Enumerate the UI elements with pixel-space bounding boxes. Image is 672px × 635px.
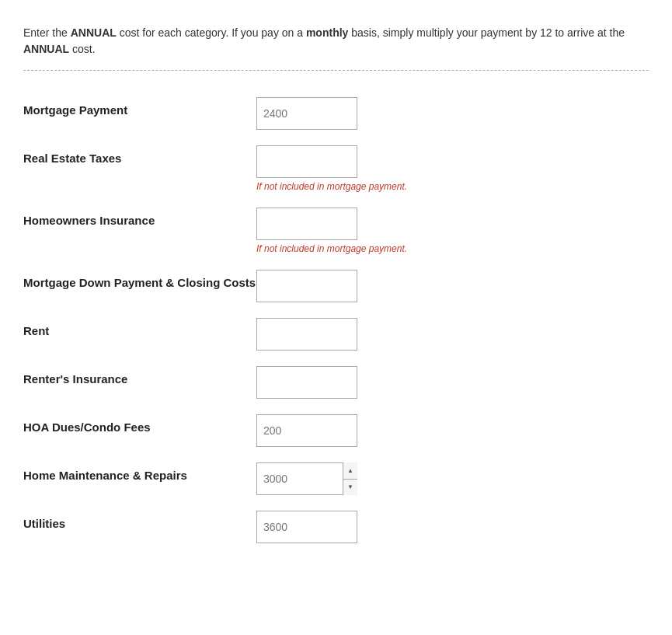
spinner-up-button[interactable]: ▲ — [343, 462, 357, 479]
field-wrapper-mortgage-down-payment — [256, 270, 357, 302]
form-row: Real Estate TaxesIf not included in mort… — [23, 138, 649, 200]
label-home-maintenance: Home Maintenance & Repairs — [23, 462, 256, 483]
page-description: Enter the ANNUAL cost for each category.… — [23, 25, 649, 58]
field-wrapper-renters-insurance — [256, 366, 357, 399]
form-row: Utilities — [23, 503, 649, 551]
label-mortgage-payment: Mortgage Payment — [23, 97, 256, 118]
form-row: Renter's Insurance — [23, 358, 649, 406]
input-real-estate-taxes[interactable] — [256, 145, 357, 178]
field-wrapper-mortgage-payment — [256, 97, 357, 130]
label-renters-insurance: Renter's Insurance — [23, 366, 256, 387]
hint-homeowners-insurance: If not included in mortgage payment. — [256, 243, 407, 254]
form-row: Mortgage Payment — [23, 89, 649, 138]
form-row: Homeowners InsuranceIf not included in m… — [23, 200, 649, 262]
spinner-buttons: ▲▼ — [343, 462, 357, 495]
input-mortgage-down-payment[interactable] — [256, 270, 357, 302]
form-row: Rent — [23, 310, 649, 358]
label-real-estate-taxes: Real Estate Taxes — [23, 145, 256, 166]
label-rent: Rent — [23, 318, 256, 339]
form-row: HOA Dues/Condo Fees — [23, 406, 649, 455]
input-renters-insurance[interactable] — [256, 366, 357, 399]
input-rent[interactable] — [256, 318, 357, 351]
input-homeowners-insurance[interactable] — [256, 208, 357, 240]
label-mortgage-down-payment: Mortgage Down Payment & Closing Costs — [23, 270, 256, 291]
spinner-home-maintenance: ▲▼ — [256, 462, 357, 495]
input-mortgage-payment[interactable] — [256, 97, 357, 130]
label-hoa-dues: HOA Dues/Condo Fees — [23, 414, 256, 435]
hint-real-estate-taxes: If not included in mortgage payment. — [256, 181, 407, 192]
label-utilities: Utilities — [23, 511, 256, 532]
field-wrapper-rent — [256, 318, 357, 351]
input-hoa-dues[interactable] — [256, 414, 357, 447]
field-wrapper-hoa-dues — [256, 414, 357, 447]
spinner-down-button[interactable]: ▼ — [343, 479, 357, 496]
field-wrapper-real-estate-taxes: If not included in mortgage payment. — [256, 145, 407, 192]
form-row: Mortgage Down Payment & Closing Costs — [23, 262, 649, 310]
field-wrapper-utilities — [256, 511, 357, 543]
label-homeowners-insurance: Homeowners Insurance — [23, 208, 256, 229]
field-wrapper-home-maintenance: ▲▼ — [256, 462, 357, 495]
input-utilities[interactable] — [256, 511, 357, 543]
field-wrapper-homeowners-insurance: If not included in mortgage payment. — [256, 208, 407, 254]
form-row: Home Maintenance & Repairs▲▼ — [23, 455, 649, 503]
calculator-form: Mortgage PaymentReal Estate TaxesIf not … — [23, 89, 649, 551]
section-divider — [23, 70, 649, 71]
